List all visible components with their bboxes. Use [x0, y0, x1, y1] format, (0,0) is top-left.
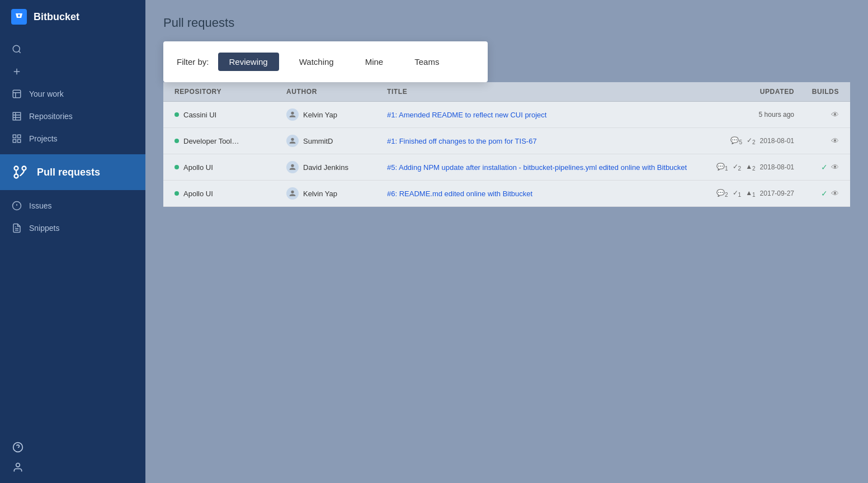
updated-date: 5 hours ago: [716, 111, 794, 119]
sidebar-item-your-work[interactable]: Your work: [0, 83, 145, 105]
repo-name: Developer Tool…: [183, 137, 239, 145]
app-name: Bitbucket: [34, 11, 79, 23]
meta-updated: 💬5 ✓2 2018-08-01: [716, 136, 794, 145]
svg-point-4: [22, 167, 26, 171]
sidebar: Bitbucket Your work: [0, 0, 145, 483]
svg-point-3: [15, 174, 18, 178]
vote-icon: ▲1: [746, 189, 755, 198]
table-row[interactable]: Apollo UI David Jenkins #5: Adding NPM u…: [163, 154, 850, 181]
table-row[interactable]: Cassini UI Kelvin Yap #1: Amended README…: [163, 102, 850, 128]
sidebar-item-label-projects: Projects: [29, 134, 58, 143]
avatar: [286, 108, 299, 121]
projects-icon: [11, 133, 22, 144]
sidebar-item-label-repositories: Repositories: [29, 112, 73, 121]
sidebar-item-issues[interactable]: Issues: [0, 195, 145, 217]
comment-icon: 💬2: [716, 189, 728, 198]
repo-status-dot: [174, 112, 179, 117]
main-content-area: Pull requests Filter by: Reviewing Watch…: [145, 0, 868, 483]
sidebar-item-repositories[interactable]: Repositories: [0, 105, 145, 127]
sidebar-nav: Your work Repositories Projects: [0, 34, 145, 154]
sidebar-item-snippets[interactable]: Snippets: [0, 217, 145, 239]
filter-btn-reviewing[interactable]: Reviewing: [218, 53, 279, 71]
comment-icon: 💬1: [716, 163, 728, 172]
eye-icon: 👁: [831, 189, 839, 198]
updated-date: 2017-09-27: [760, 190, 794, 197]
repo-status-dot: [174, 165, 179, 169]
pull-requests-table: Repository Author Title Updated Builds C…: [163, 82, 850, 207]
avatar: [286, 161, 299, 173]
meta-updated: 💬2 ✓1 ▲1 2017-09-27: [716, 189, 794, 198]
col-header-builds: Builds: [794, 88, 839, 96]
check-icon: ✓: [821, 163, 828, 172]
page-title: Pull requests: [163, 16, 850, 30]
sidebar-item-label-your-work: Your work: [29, 89, 64, 98]
svg-rect-1: [13, 90, 21, 98]
col-header-title: Title: [387, 88, 716, 96]
account-icon[interactable]: [11, 461, 25, 474]
author-cell: David Jenkins: [286, 161, 387, 173]
eye-icon: 👁: [831, 163, 839, 172]
table-row[interactable]: Apollo UI Kelvin Yap #6: README.md edite…: [163, 181, 850, 207]
repo-cell: Cassini UI: [174, 111, 286, 119]
author-name: David Jenkins: [303, 163, 348, 172]
col-header-repository: Repository: [174, 88, 286, 96]
repo-name: Apollo UI: [183, 190, 213, 198]
builds-cell: ✓ 👁: [794, 189, 839, 198]
pr-title[interactable]: #1: Finished off changes to the pom for …: [387, 137, 716, 145]
help-icon[interactable]: [11, 441, 25, 454]
filter-btn-teams[interactable]: Teams: [403, 53, 450, 71]
meta-updated: 💬1 ✓2 ▲2 2018-08-01: [716, 163, 794, 172]
builds-cell: ✓ 👁: [794, 163, 839, 172]
vote-icon: ▲2: [746, 163, 755, 172]
snippets-icon: [11, 222, 22, 234]
author-cell: Kelvin Yap: [286, 187, 387, 200]
comment-icon: 💬5: [730, 136, 742, 145]
eye-icon: 👁: [831, 110, 839, 119]
sidebar-logo[interactable]: Bitbucket: [0, 0, 145, 34]
author-cell: Kelvin Yap: [286, 108, 387, 121]
repo-name: Cassini UI: [183, 111, 216, 119]
plus-icon: [11, 66, 22, 77]
repo-name: Apollo UI: [183, 163, 213, 172]
updated-date: 2018-08-01: [760, 163, 794, 171]
pull-requests-icon: [11, 163, 29, 181]
search-icon: [11, 44, 22, 55]
pr-title[interactable]: #1: Amended README to reflect new CUI pr…: [387, 111, 716, 119]
sidebar-item-projects[interactable]: Projects: [0, 127, 145, 150]
repo-status-dot: [174, 139, 179, 143]
svg-point-0: [13, 45, 20, 52]
avatar: [286, 135, 299, 147]
author-name: SummitD: [303, 137, 333, 145]
repo-status-dot: [174, 191, 179, 196]
filter-btn-mine[interactable]: Mine: [354, 53, 395, 71]
author-name: Kelvin Yap: [303, 111, 337, 119]
col-header-author: Author: [286, 88, 387, 96]
repo-cell: Apollo UI: [174, 163, 286, 172]
col-header-updated: Updated: [716, 88, 794, 96]
sidebar-item-label-snippets: Snippets: [29, 224, 59, 233]
pr-title[interactable]: #5: Adding NPM update after installation…: [387, 163, 716, 172]
author-name: Kelvin Yap: [303, 190, 337, 198]
author-cell: SummitD: [286, 135, 387, 147]
builds-cell: 👁: [794, 110, 839, 119]
bitbucket-logo-icon: [11, 9, 27, 25]
sidebar-nav-bottom-items: Issues Snippets: [0, 190, 145, 244]
task-icon: ✓2: [733, 163, 742, 172]
sidebar-item-search[interactable]: [0, 38, 145, 60]
svg-point-2: [15, 167, 18, 171]
filter-btn-watching[interactable]: Watching: [288, 53, 345, 71]
repo-cell: Developer Tool…: [174, 137, 286, 145]
task-icon: ✓1: [733, 189, 742, 198]
updated-date: 2018-08-01: [760, 137, 794, 145]
sidebar-item-pull-requests[interactable]: Pull requests: [0, 154, 145, 190]
eye-icon: 👁: [831, 136, 839, 145]
builds-cell: 👁: [794, 136, 839, 145]
table-row[interactable]: Developer Tool… SummitD #1: Finished off…: [163, 128, 850, 154]
sidebar-item-add[interactable]: [0, 60, 145, 83]
pr-title[interactable]: #6: README.md edited online with Bitbuck…: [387, 190, 716, 198]
task-icon: ✓2: [747, 136, 756, 145]
repo-cell: Apollo UI: [174, 190, 286, 198]
pull-requests-label: Pull requests: [37, 167, 100, 178]
repositories-icon: [11, 111, 22, 122]
filter-label: Filter by:: [177, 57, 209, 67]
